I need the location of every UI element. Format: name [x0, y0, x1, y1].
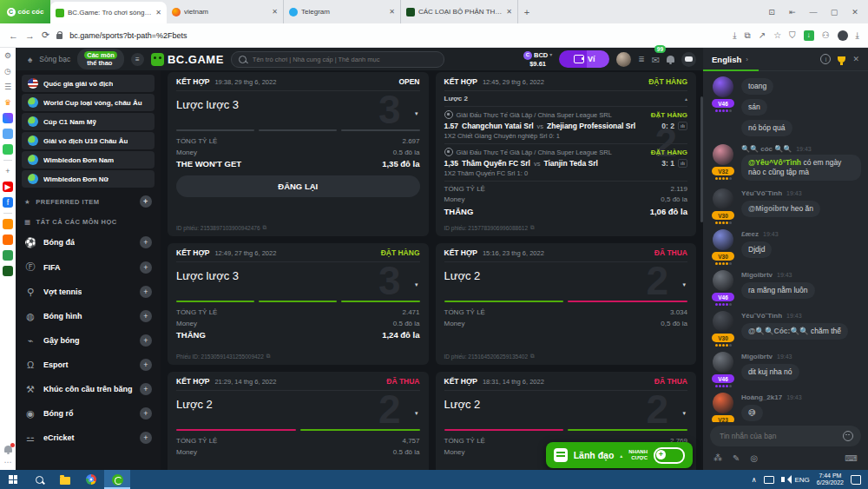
- chat-username[interactable]: Hoàng_2k17: [741, 393, 782, 401]
- cart-icon[interactable]: [3, 235, 13, 245]
- wallet-button[interactable]: Ví: [559, 50, 609, 68]
- bet-subrow[interactable]: Lược 2▴: [444, 91, 688, 107]
- account-menu-icon[interactable]: ≣: [638, 55, 645, 63]
- sidebar-league-item[interactable]: Quốc gia giải vô địch: [22, 75, 155, 92]
- tab-close-icon[interactable]: ✕: [272, 8, 278, 16]
- expand-sport-button[interactable]: +: [140, 359, 152, 371]
- pencil-icon[interactable]: ✎: [733, 453, 740, 463]
- calendar-icon[interactable]: [3, 219, 13, 229]
- games-icon[interactable]: [3, 144, 13, 155]
- all-sports-row[interactable]: ▦ TẤT CẢ CÁC MÔN HỌC: [16, 212, 161, 230]
- bet-card[interactable]: KẾT HỢP12:49, 27 thg 6, 2022ĐẶT HÀNGLược…: [168, 243, 429, 365]
- minimize-button[interactable]: —: [804, 0, 823, 23]
- avatar[interactable]: [713, 188, 733, 209]
- bcgame-logo[interactable]: BC.GAME: [151, 53, 224, 66]
- bet-card[interactable]: KẾT HỢP21:29, 14 thg 6, 2022ĐÃ THUALược …: [168, 372, 429, 470]
- banking-icon[interactable]: [3, 250, 13, 261]
- sidebar-league-item[interactable]: Wimbledon Đơn Nữ: [22, 170, 155, 188]
- sidebar-sport-item[interactable]: ⌁Gậy bóng+: [16, 328, 161, 353]
- emoji-icon[interactable]: [843, 431, 853, 441]
- tab-close-icon[interactable]: ✕: [389, 8, 395, 16]
- caret-down-icon[interactable]: ▾: [682, 410, 686, 417]
- caret-down-icon[interactable]: ▾: [682, 281, 686, 288]
- taskbar-clock[interactable]: 7:44 PM 6/29/2022: [817, 472, 844, 486]
- chat-username[interactable]: Yêu˘Vô˘Tình: [741, 312, 782, 320]
- expand-sport-button[interactable]: +: [140, 383, 152, 395]
- chrome-icon[interactable]: [78, 470, 104, 489]
- sidebar-sport-item[interactable]: ΩEsport+: [16, 353, 161, 377]
- save-page-icon[interactable]: ⤓: [733, 30, 736, 41]
- bet-card[interactable]: KẾT HỢP19:38, 29 thg 6, 2022OPENLược lượ…: [168, 72, 429, 236]
- more-icon[interactable]: ⋯: [4, 458, 12, 466]
- stats-icon[interactable]: ılı: [678, 159, 687, 168]
- maximize-button[interactable]: ▢: [825, 0, 844, 23]
- youtube-icon[interactable]: ▶: [3, 182, 13, 192]
- sidebar-sport-item[interactable]: ⚒Khúc côn cầu trên băng+: [16, 377, 161, 401]
- chat-username[interactable]: Yêu˘Vô˘Tình: [741, 189, 782, 197]
- language-selector[interactable]: English: [712, 55, 741, 64]
- sidebar-sport-item[interactable]: ⚽Bóng đá+: [16, 230, 161, 254]
- share-icon[interactable]: ↗: [759, 30, 766, 40]
- bet-title-row[interactable]: Lược lược 33▾: [176, 262, 420, 301]
- stats-icon[interactable]: ılı: [678, 122, 687, 130]
- match-row[interactable]: Giải Đấu Thực Tế Giả Lập / China Super L…: [444, 144, 688, 182]
- start-button[interactable]: [0, 470, 26, 489]
- caret-up-icon[interactable]: ▴: [685, 96, 687, 102]
- taskbar-search-icon[interactable]: [26, 470, 52, 489]
- expand-sport-button[interactable]: +: [140, 432, 152, 444]
- tab-close-icon[interactable]: ✕: [506, 8, 512, 16]
- extensions-icon[interactable]: ⚇: [822, 30, 830, 40]
- url-text[interactable]: bc.game/sports?bt-path=%2Fbets: [69, 31, 726, 40]
- chat-toggle-icon[interactable]: [681, 52, 696, 67]
- copy-icon[interactable]: ⧉: [530, 224, 535, 231]
- input-language[interactable]: ENG: [795, 476, 810, 484]
- browser-tab[interactable]: CÁC LOẠI BỘ PHẬN THỂ TH✕: [401, 0, 518, 23]
- copy-icon[interactable]: ⧉: [263, 224, 267, 231]
- notifications-bell-icon[interactable]: [4, 446, 12, 453]
- rebet-button[interactable]: ĐĂNG LẠI: [176, 175, 420, 197]
- chat-input-box[interactable]: [710, 426, 861, 446]
- coccoc-download-icon[interactable]: ↓: [804, 30, 814, 41]
- tray-expand-icon[interactable]: ∧: [752, 476, 757, 484]
- sidebar-sport-item[interactable]: ◉Bóng rổ+: [16, 401, 161, 426]
- bet-title-row[interactable]: Lược 22▾: [444, 262, 688, 301]
- chat-username[interactable]: 🔍🔍 cóc 🔍🔍: [741, 145, 792, 153]
- game-search[interactable]: [231, 51, 444, 68]
- caret-down-icon[interactable]: ▾: [415, 110, 418, 117]
- avatar[interactable]: [713, 311, 733, 332]
- expand-sport-button[interactable]: +: [140, 286, 152, 298]
- reader-mode-icon[interactable]: ⊡: [762, 0, 781, 23]
- close-chat-icon[interactable]: ✕: [852, 55, 859, 63]
- bookmark-star-icon[interactable]: ☆: [773, 30, 781, 40]
- gif-icon[interactable]: ◎: [750, 453, 758, 463]
- quick-bet-toggle[interactable]: [654, 447, 685, 464]
- preferred-item-row[interactable]: ★ PREFERRED ITEM +: [16, 189, 161, 212]
- messages-button[interactable]: ✉ 99: [652, 51, 660, 67]
- facebook-icon[interactable]: f: [3, 197, 13, 208]
- bet-title-row[interactable]: Lược 22▾: [176, 391, 420, 429]
- chat-input[interactable]: [718, 431, 838, 441]
- match-row[interactable]: Giải Đấu Thực Tế Giả Lập / China Super L…: [444, 107, 688, 144]
- avatar[interactable]: [713, 229, 733, 250]
- sidebar-league-item[interactable]: Cúp C1 Nam Mỹ: [22, 113, 155, 130]
- notifications-bell-icon[interactable]: [667, 56, 674, 63]
- avatar[interactable]: [713, 352, 733, 373]
- network-icon[interactable]: [764, 476, 774, 484]
- trophy-icon[interactable]: [838, 56, 845, 63]
- chat-username[interactable]: Migoibrtv: [741, 353, 773, 360]
- back-button[interactable]: ←: [9, 30, 18, 41]
- avatar[interactable]: [713, 76, 733, 97]
- browser-tab[interactable]: Telegram✕: [284, 0, 401, 23]
- balance-display[interactable]: C BCD ▾ $9.61: [523, 51, 552, 68]
- sports-tab[interactable]: Các môn thể thao: [77, 49, 124, 69]
- add-preferred-button[interactable]: +: [140, 195, 152, 208]
- mention-link[interactable]: @Yêu^Vô°Tình: [748, 158, 801, 167]
- downloads-tray-icon[interactable]: ⤓: [856, 30, 859, 41]
- new-tab-button[interactable]: +: [518, 0, 536, 23]
- translate-icon[interactable]: ⧉: [745, 30, 751, 41]
- file-explorer-icon[interactable]: [52, 470, 78, 489]
- adblock-shield-icon[interactable]: ⛉: [789, 30, 796, 41]
- messenger-icon[interactable]: [3, 113, 13, 123]
- tab-close-icon[interactable]: ✕: [155, 9, 161, 17]
- profile-icon[interactable]: [838, 30, 848, 41]
